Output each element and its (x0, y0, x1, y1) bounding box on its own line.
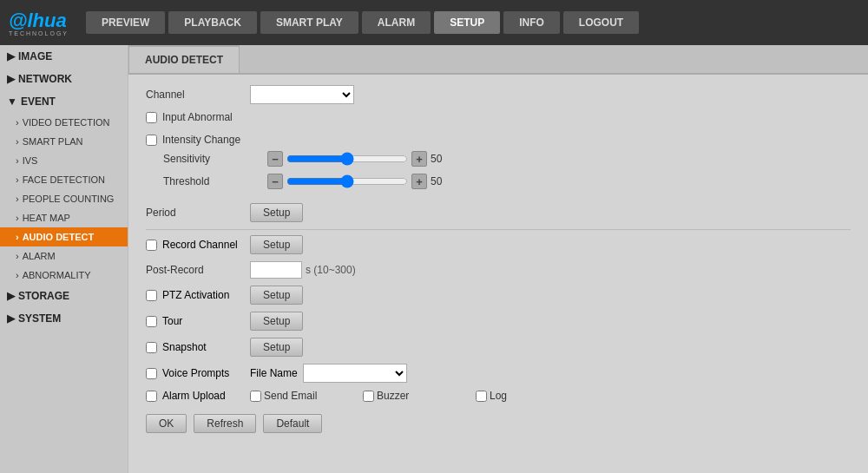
tab-preview[interactable]: PREVIEW (86, 11, 165, 34)
arrow-icon: › (16, 174, 19, 185)
sidebar-section-image[interactable]: ▶ IMAGE (0, 45, 128, 68)
channel-label: Channel (146, 89, 250, 101)
snapshot-setup-button[interactable]: Setup (250, 338, 303, 357)
record-channel-checkbox[interactable] (146, 240, 157, 251)
alarm-upload-row: Alarm Upload Send Email Buzzer Log (146, 390, 851, 402)
post-record-unit: s (10~300) (306, 264, 356, 276)
logo: @lhua TECHNOLOGY (9, 10, 69, 36)
alarm-upload-label: Alarm Upload (162, 390, 226, 402)
voice-prompts-row: Voice Prompts File Name (146, 364, 851, 383)
arrow-icon: › (16, 117, 19, 128)
threshold-decrease-btn[interactable]: − (267, 174, 283, 189)
post-record-input[interactable] (250, 261, 302, 279)
arrow-icon: › (16, 155, 19, 166)
post-record-row: Post-Record s (10~300) (146, 261, 851, 279)
buzzer-checkbox[interactable] (363, 391, 374, 402)
post-record-label: Post-Record (146, 264, 250, 276)
tab-playback[interactable]: PLAYBACK (168, 11, 257, 34)
ptz-activation-setup-button[interactable]: Setup (250, 286, 303, 305)
sensitivity-decrease-btn[interactable]: − (267, 151, 283, 167)
arrow-icon: › (16, 213, 19, 223)
sidebar-section-storage[interactable]: ▶ STORAGE (0, 285, 128, 307)
default-button[interactable]: Default (263, 414, 322, 433)
ok-button[interactable]: OK (146, 414, 187, 433)
input-abnormal-label: Input Abnormal (162, 111, 233, 123)
content-area: AUDIO DETECT Channel 1 2 Input Abnormal (128, 45, 868, 473)
arrow-icon: › (16, 194, 19, 204)
ptz-activation-row: PTZ Activation Setup (146, 286, 851, 305)
send-email-option: Send Email (250, 390, 354, 402)
tab-setup[interactable]: SETUP (434, 11, 500, 34)
sidebar-item-heat-map[interactable]: › HEAT MAP (0, 208, 128, 227)
sidebar-item-audio-detect[interactable]: › AUDIO DETECT (0, 227, 128, 246)
log-checkbox[interactable] (476, 391, 487, 402)
tour-checkbox[interactable] (146, 316, 157, 327)
snapshot-row: Snapshot Setup (146, 338, 851, 357)
arrow-icon: › (16, 232, 19, 242)
refresh-button[interactable]: Refresh (194, 414, 256, 433)
tour-setup-button[interactable]: Setup (250, 312, 303, 331)
arrow-right-icon: ▶ (7, 50, 15, 62)
sidebar-section-event[interactable]: ▼ EVENT (0, 90, 128, 113)
arrow-right-icon: ▶ (7, 312, 15, 325)
tab-alarm[interactable]: ALARM (362, 11, 431, 34)
threshold-slider-container: − + 50 (267, 174, 455, 189)
period-setup-button[interactable]: Setup (250, 203, 303, 222)
alarm-upload-checkbox[interactable] (146, 391, 157, 402)
record-channel-setup-button[interactable]: Setup (250, 235, 303, 254)
sidebar-item-abnormality[interactable]: › ABNORMALITY (0, 266, 128, 285)
record-channel-label: Record Channel (162, 239, 238, 251)
tour-label: Tour (162, 315, 182, 327)
sidebar-section-network[interactable]: ▶ NETWORK (0, 68, 128, 90)
channel-row: Channel 1 2 (146, 85, 851, 104)
sensitivity-slider[interactable] (286, 153, 408, 165)
log-label: Log (490, 390, 507, 402)
threshold-row: Threshold − + 50 (146, 174, 851, 189)
page-tab-label: AUDIO DETECT (128, 45, 240, 73)
logo-text: @lhua (9, 10, 67, 31)
file-name-select[interactable] (303, 364, 407, 383)
sidebar-item-video-detection[interactable]: › VIDEO DETECTION (0, 113, 128, 132)
top-bar: @lhua TECHNOLOGY PREVIEW PLAYBACK SMART … (0, 0, 868, 45)
arrow-down-icon: ▼ (7, 95, 17, 108)
sensitivity-slider-container: − + 50 (267, 151, 455, 167)
arrow-right-icon: ▶ (7, 73, 15, 85)
divider1 (146, 229, 851, 230)
threshold-increase-btn[interactable]: + (411, 174, 427, 189)
buzzer-label: Buzzer (377, 390, 409, 402)
arrow-icon: › (16, 136, 19, 147)
buzzer-option: Buzzer (363, 390, 467, 402)
sidebar-item-face-detection[interactable]: › FACE DETECTION (0, 170, 128, 189)
threshold-slider[interactable] (286, 175, 408, 187)
logo-sub: TECHNOLOGY (9, 30, 69, 36)
ptz-activation-checkbox[interactable] (146, 290, 157, 301)
intensity-change-row: Intensity Change (146, 134, 851, 146)
voice-prompts-checkbox[interactable] (146, 368, 157, 379)
ptz-activation-label: PTZ Activation (162, 289, 229, 301)
tab-info[interactable]: INFO (503, 11, 560, 34)
send-email-label: Send Email (264, 390, 317, 402)
input-abnormal-checkbox[interactable] (146, 112, 157, 123)
period-label: Period (146, 207, 250, 219)
threshold-label: Threshold (163, 175, 267, 187)
intensity-change-checkbox[interactable] (146, 135, 157, 146)
nav-tabs: PREVIEW PLAYBACK SMART PLAY ALARM SETUP … (86, 11, 639, 34)
channel-select[interactable]: 1 2 (250, 85, 354, 104)
arrow-right-icon: ▶ (7, 290, 15, 302)
sidebar-item-alarm[interactable]: › ALARM (0, 246, 128, 266)
main-layout: ▶ IMAGE ▶ NETWORK ▼ EVENT › VIDEO DETECT… (0, 45, 868, 473)
send-email-checkbox[interactable] (250, 391, 261, 402)
sensitivity-row: Sensitivity − + 50 (146, 151, 851, 167)
form-content: Channel 1 2 Input Abnormal Intensity Cha… (128, 75, 868, 443)
sidebar-item-people-counting[interactable]: › PEOPLE COUNTING (0, 189, 128, 208)
sidebar-item-ivs[interactable]: › IVS (0, 151, 128, 170)
tab-smartplay[interactable]: SMART PLAY (260, 11, 358, 34)
log-option: Log (476, 390, 580, 402)
sidebar-section-system[interactable]: ▶ SYSTEM (0, 307, 128, 330)
tab-logout[interactable]: LOGOUT (563, 11, 639, 34)
period-row: Period Setup (146, 203, 851, 222)
sidebar-item-smart-plan[interactable]: › SMART PLAN (0, 132, 128, 151)
sensitivity-value: 50 (431, 153, 455, 165)
sensitivity-increase-btn[interactable]: + (411, 151, 427, 167)
snapshot-checkbox[interactable] (146, 342, 157, 353)
